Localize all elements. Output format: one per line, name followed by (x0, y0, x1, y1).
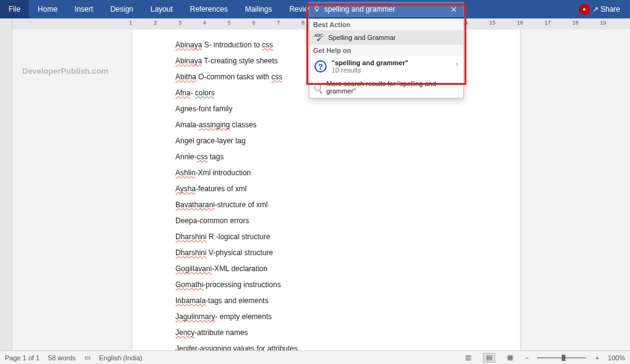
document-line[interactable]: Jenifer-assigning values for attributes (175, 344, 477, 350)
tell-me-dropdown: Best Action ABC✔ Spelling and Grammar Ge… (309, 18, 464, 98)
get-help-header: Get Help on (309, 45, 463, 56)
spelling-error-run: Abitha (175, 73, 196, 81)
spelling-grammar-action[interactable]: ABC✔ Spelling and Grammar (309, 30, 463, 45)
user-avatar[interactable]: ● (579, 4, 590, 15)
svg-rect-1 (316, 10, 317, 12)
page-indicator[interactable]: Page 1 of 1 (5, 354, 39, 362)
spelling-error-run: assinging (199, 121, 230, 129)
ruler-tick: 8 (301, 20, 305, 26)
document-line[interactable]: Gomathi-processing instructions (175, 280, 477, 289)
ruler-tick: 6 (252, 20, 255, 26)
spelling-error-run: Abinaya (175, 57, 202, 65)
spelling-error-run: Ashlin (175, 168, 196, 177)
ruler-tick: 18 (572, 20, 578, 26)
zoom-in-button[interactable]: + (595, 354, 599, 362)
spelling-error-run: Dharshini (175, 232, 207, 241)
document-line[interactable]: Deepa-common errors (175, 216, 477, 225)
ruler-tick: 2 (154, 20, 157, 26)
text-run: tags (208, 152, 224, 161)
document-line[interactable]: Agnes-font family (175, 105, 477, 113)
tab-layout[interactable]: Layout (142, 0, 181, 18)
spelling-error-run: css (271, 73, 282, 81)
ruler-tick: 3 (178, 20, 181, 26)
ruler-tick: 17 (544, 20, 551, 26)
clear-search-icon[interactable]: ✕ (448, 5, 460, 14)
document-line[interactable]: Jency-attribute names (175, 328, 477, 337)
spelling-error-run: Gomathi (175, 280, 203, 289)
document-line[interactable]: Angel grace-layer tag (175, 136, 477, 145)
search-input[interactable] (324, 5, 444, 14)
text-run: classes (230, 121, 257, 129)
document-line[interactable]: Amala-assinging classes (175, 121, 477, 129)
document-line[interactable]: Jagulinmary- empty elements (175, 312, 477, 321)
tab-references[interactable]: References (181, 0, 236, 18)
text-run: T-creating style sheets (202, 57, 277, 65)
document-line[interactable]: Aysha-features of xml (175, 184, 477, 193)
zoom-slider[interactable] (537, 357, 586, 358)
svg-point-0 (315, 7, 319, 10)
best-action-header: Best Action (309, 19, 463, 30)
help-icon: ? (314, 60, 327, 73)
text-run: Angel grace-layer tag (175, 136, 245, 145)
text-run: -tags and elements (205, 296, 268, 305)
share-button[interactable]: ↗ Share (592, 5, 620, 14)
document-line[interactable]: Gogillavani-XML declaration (175, 264, 477, 273)
print-layout-button[interactable]: ▤ (483, 353, 495, 363)
ruler-tick: 5 (228, 20, 231, 26)
document-line[interactable]: Ashlin-Xml introduction (175, 168, 477, 177)
zoom-level[interactable]: 100% (608, 354, 625, 362)
proofing-icon[interactable]: ▭ (84, 354, 90, 362)
text-run: Jenifer-assigning values for attributes (175, 344, 298, 350)
document-line[interactable]: Dharshini R -logical structure (175, 232, 477, 241)
text-run: -XML declaration (212, 264, 267, 273)
text-run: V-physical structure (207, 248, 273, 257)
text-run: - empty elements (215, 312, 272, 321)
ruler-tick: 1 (129, 20, 132, 26)
help-result-item[interactable]: ? "spelling and grammer" 10 results › (309, 56, 463, 77)
document-line[interactable]: Annie-css tags (175, 152, 477, 161)
spelling-error-run: Dharshini (175, 248, 207, 257)
web-layout-button[interactable]: ▦ (504, 353, 516, 363)
tell-me-search: ✕ (309, 0, 464, 18)
language-indicator[interactable]: English (India) (99, 354, 142, 362)
tab-file[interactable]: File (0, 0, 29, 18)
search-icon (314, 84, 321, 91)
ruler-tick: 19 (600, 20, 606, 26)
ribbon-tabs: FileHomeInsertDesignLayoutReferencesMail… (0, 0, 630, 18)
more-results-item[interactable]: More search results for "spelling and gr… (309, 77, 463, 98)
lightbulb-icon (313, 6, 321, 13)
spelling-error-run: colors (195, 89, 215, 97)
spelling-error-run: Jagulinmary (175, 312, 215, 321)
text-run: -features of xml (196, 184, 247, 193)
tab-design[interactable]: Design (102, 0, 142, 18)
text-run: Amala- (175, 121, 199, 129)
ruler-tick: 7 (277, 20, 280, 26)
chevron-right-icon: › (456, 59, 458, 68)
text-run: -processing instructions (203, 280, 281, 289)
spellcheck-icon: ABC✔ (314, 33, 323, 42)
status-bar: Page 1 of 1 58 words ▭ English (India) ▥… (0, 350, 630, 364)
document-line[interactable]: Bavatharani-structure of xml (175, 200, 477, 209)
text-run: -structure of xml (215, 200, 268, 209)
document-line[interactable]: Inbamala-tags and elements (175, 296, 477, 305)
text-run: O-common tasks with (196, 73, 271, 81)
text-run: -attribute names (194, 328, 248, 337)
spelling-error-run: Bavatharani (175, 200, 215, 209)
read-mode-button[interactable]: ▥ (462, 353, 474, 363)
word-count[interactable]: 58 words (48, 354, 76, 362)
tab-mailings[interactable]: Mailings (236, 0, 281, 18)
spelling-error-run: Afna (175, 89, 191, 97)
text-run: R -logical structure (207, 232, 270, 241)
search-box[interactable]: ✕ (309, 2, 464, 17)
tab-home[interactable]: Home (29, 0, 66, 18)
zoom-out-button[interactable]: − (525, 354, 528, 362)
spelling-error-run: css (262, 41, 273, 49)
tab-insert[interactable]: Insert (66, 0, 102, 18)
share-area: ● ↗ Share (579, 4, 630, 15)
vertical-ruler[interactable] (0, 18, 12, 350)
text-run: S- introduction to (202, 41, 261, 49)
spelling-error-run: css (197, 152, 208, 161)
text-run: Deepa-common errors (175, 216, 249, 225)
document-line[interactable]: Dharshini V-physical structure (175, 248, 477, 257)
spelling-error-run: Abinaya (175, 41, 202, 49)
